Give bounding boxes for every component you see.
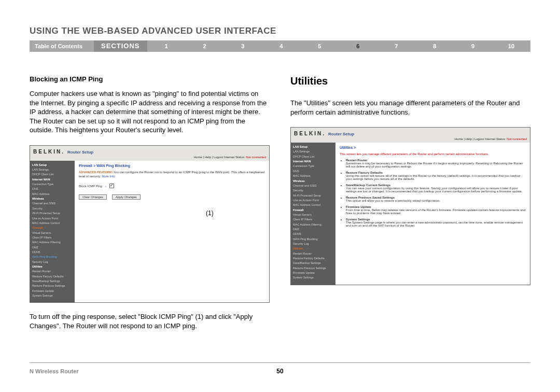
apply-changes-button[interactable]: Apply Changes [112,194,141,200]
status-line: Home | Help | Logout Internet Status: No… [291,137,530,143]
left-para1: Computer hackers use what is known as "p… [30,89,270,135]
side-nav: LAN Setup LAN Settings DHCP Client List … [291,143,335,285]
right-para1: The "Utilities" screen lets you manage d… [290,99,530,117]
advanced-feature-text: ADVANCED FEATURE! You can configure the … [79,171,265,179]
block-icmp-label: Block ICMP Ping [79,185,102,188]
left-column: Blocking an ICMP Ping Computer hackers u… [30,75,270,341]
screenshot-utilities: BELKIN. Router Setup Home | Help | Logou… [290,127,530,285]
main-panel: Utilities > This screen lets you manage … [335,143,530,285]
router-setup-label: Router Setup [67,150,93,155]
block-icmp-checkbox[interactable] [109,184,114,188]
utilities-heading: Utilities [290,75,530,87]
section-6[interactable]: 6 [339,43,377,49]
left-para2: To turn off the ping response, select "B… [30,312,270,330]
router-setup-label: Router Setup [328,132,354,136]
chevron-right-icon: › [105,185,106,188]
side-nav: LAN Setup LAN Settings DHCP Client List … [30,161,75,303]
product-name: N Wireless Router [30,368,79,374]
left-heading: Blocking an ICMP Ping [30,75,270,83]
breadcrumb: Firewall > WAN Ping Blocking [79,164,265,167]
brand-logo: BELKIN. [294,131,324,136]
page-title: USING THE WEB-BASED ADVANCED USER INTERF… [0,0,560,40]
section-4[interactable]: 4 [262,43,300,49]
section-7[interactable]: 7 [377,43,415,49]
screenshot-ping-blocking: BELKIN. Router Setup Home | Help | Logou… [30,145,270,303]
main-panel: Firewall > WAN Ping Blocking ADVANCED FE… [75,161,269,303]
page-number: 50 [276,368,283,375]
breadcrumb: Utilities > [340,146,526,149]
section-9[interactable]: 9 [454,43,492,49]
utilities-list: Restart RouterSometimes it may be necess… [340,159,526,227]
toc-link[interactable]: Table of Contents [30,43,94,49]
section-8[interactable]: 8 [415,43,454,49]
brand-logo: BELKIN. [33,149,63,155]
section-1[interactable]: 1 [147,43,186,49]
sections-label: SECTIONS [94,40,147,52]
section-10[interactable]: 10 [492,43,530,49]
right-column: Utilities The "Utilities" screen lets yo… [290,75,530,341]
callout-1: (1) [206,209,214,217]
utilities-intro: This screen lets you manage different pa… [340,152,526,156]
status-line: Home | Help | Logout Internet Status: No… [30,156,269,161]
section-2[interactable]: 2 [186,43,224,49]
section-nav: Table of Contents SECTIONS 1 2 3 4 5 6 7… [30,40,530,52]
section-5[interactable]: 5 [300,43,339,49]
section-3[interactable]: 3 [223,43,262,49]
footer: N Wireless Router 50 [30,362,530,374]
clear-changes-button[interactable]: Clear Changes [79,194,107,200]
